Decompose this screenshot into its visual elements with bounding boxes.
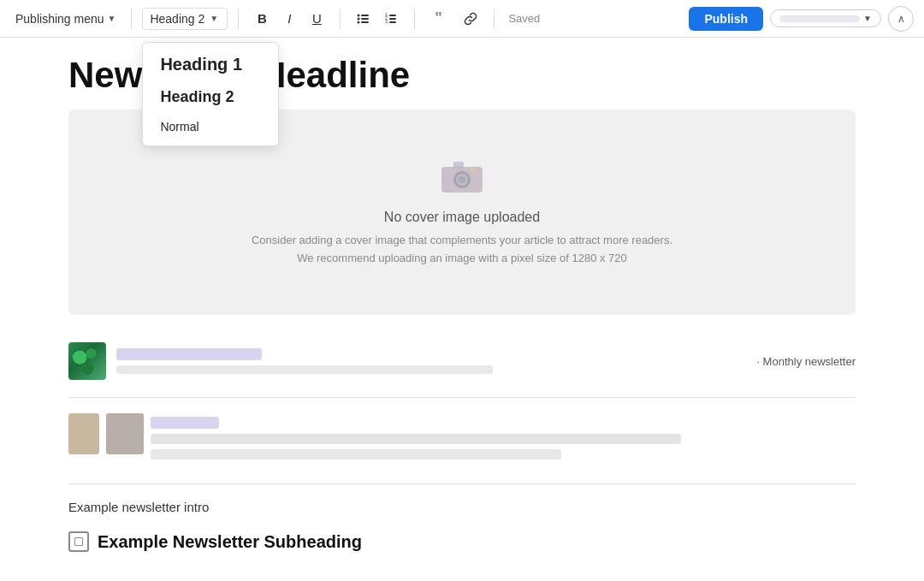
numbered-list-button[interactable]: 1. 2. 3. (378, 6, 404, 32)
toolbar-divider-5 (494, 9, 495, 29)
meta-bar-date (116, 365, 493, 374)
heading-dropdown-item-normal[interactable]: Normal (143, 113, 278, 140)
svg-rect-1 (361, 15, 369, 16)
toolbar-divider-4 (414, 9, 415, 29)
svg-rect-7 (389, 15, 396, 16)
svg-rect-3 (361, 18, 369, 20)
article-subheading-row: Example Newsletter Subheading (68, 531, 856, 552)
link-button[interactable] (458, 6, 483, 32)
subheading-icon (68, 531, 89, 552)
italic-button[interactable]: I (276, 6, 302, 32)
blockquote-button[interactable]: " (425, 6, 451, 32)
content-bar-long (151, 434, 681, 444)
article-intro[interactable]: Example newsletter intro (68, 500, 856, 514)
saved-status: Saved (508, 12, 540, 25)
bullet-list-button[interactable] (351, 6, 376, 32)
content-block-gray (106, 413, 144, 454)
separator-2 (68, 483, 856, 484)
publishing-menu-button[interactable]: Publishing menu ▼ (10, 9, 121, 29)
meta-bar-author (116, 348, 262, 360)
preview-select-chevron-icon: ▼ (863, 14, 872, 23)
toolbar-divider-2 (238, 9, 239, 29)
content-bar-purple (151, 417, 219, 429)
content-bar-medium (151, 449, 561, 459)
heading-select-value: Heading 2 (150, 12, 204, 26)
cover-placeholder-subtitle-1: Consider adding a cover image that compl… (252, 232, 672, 268)
svg-point-4 (358, 21, 360, 23)
svg-point-2 (358, 17, 360, 20)
svg-point-0 (358, 14, 360, 16)
list-group: 1. 2. 3. (351, 6, 404, 32)
svg-rect-9 (389, 18, 396, 20)
article-subheading[interactable]: Example Newsletter Subheading (98, 532, 362, 552)
svg-text:3.: 3. (385, 19, 388, 24)
svg-rect-18 (441, 167, 483, 193)
bold-button[interactable]: B (249, 6, 275, 32)
collapse-button[interactable]: ∧ (888, 6, 914, 32)
cover-placeholder-title: No cover image uploaded (384, 210, 540, 225)
svg-rect-5 (361, 21, 369, 23)
heading-select-chevron-icon: ▼ (210, 14, 218, 23)
subheading-inner-icon (74, 537, 83, 546)
publishing-menu-label: Publishing menu (15, 12, 104, 26)
collapse-icon: ∧ (897, 13, 905, 25)
article-meta-row: · Monthly newsletter (68, 342, 856, 380)
toolbar-right: Publish ▼ ∧ (689, 6, 914, 32)
heading-select-button[interactable]: Heading 2 ▼ (142, 8, 228, 30)
heading-dropdown: Heading 1 Heading 2 Normal (142, 42, 279, 146)
toolbar-divider-3 (340, 9, 341, 29)
toolbar-divider-1 (131, 9, 132, 29)
preview-select[interactable]: ▼ (770, 9, 881, 27)
camera-icon (438, 157, 486, 199)
heading-select-wrapper: Heading 2 ▼ Heading 1 Heading 2 Normal (142, 8, 228, 30)
numbered-list-icon: 1. 2. 3. (384, 12, 398, 26)
content-block-tan (68, 413, 99, 454)
meta-tag: · Monthly newsletter (756, 355, 856, 368)
publish-button[interactable]: Publish (689, 7, 763, 31)
link-icon (464, 12, 477, 26)
underline-button[interactable]: U (304, 6, 329, 32)
publishing-menu-chevron-icon: ▼ (108, 14, 116, 23)
content-area: Newsletter Headline No cover image uploa… (0, 38, 924, 581)
meta-bar-group (116, 348, 746, 374)
bullet-list-icon (357, 12, 370, 26)
meta-thumbnail (68, 342, 106, 380)
format-group: B I U (249, 6, 329, 32)
separator-1 (68, 397, 856, 398)
toolbar: Publishing menu ▼ Heading 2 ▼ Heading 1 … (0, 0, 924, 38)
content-bar-group (151, 413, 856, 459)
heading-dropdown-item-h1[interactable]: Heading 1 (143, 48, 278, 81)
preview-select-bar (779, 15, 860, 22)
article-content-row (68, 413, 856, 459)
svg-rect-11 (389, 21, 396, 23)
heading-dropdown-item-h2[interactable]: Heading 2 (143, 81, 278, 113)
